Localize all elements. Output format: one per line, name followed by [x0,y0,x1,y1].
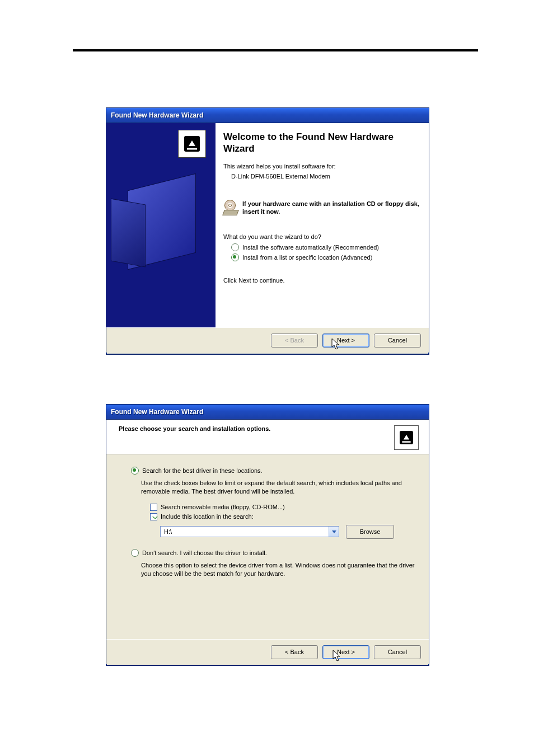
cancel-button[interactable]: Cancel [374,645,421,659]
next-button[interactable]: Next > [322,334,369,348]
radio-icon [131,549,139,557]
radio-label: Search for the best driver in these loca… [142,467,263,474]
no-search-description: Choose this option to select the device … [141,561,415,578]
page-title: Welcome to the Found New Hardware Wizard [223,131,421,155]
dialog-body: Welcome to the Found New Hardware Wizard… [106,123,429,327]
window-title: Found New Hardware Wizard [111,408,203,416]
wizard-button-bar: < Back Next > Cancel [106,639,429,664]
window-title: Found New Hardware Wizard [111,111,203,119]
browse-button[interactable]: Browse [346,525,394,539]
back-button[interactable]: < Back [271,645,318,659]
location-value: H:\ [161,528,329,535]
device-name: D-Link DFM-560EL External Modem [231,173,421,180]
document-page: Found New Hardware Wizard Welcome to the… [0,0,534,756]
checkbox-label: Include this location in the search: [161,513,254,520]
titlebar: Found New Hardware Wizard [106,405,429,420]
radio-option-search[interactable]: Search for the best driver in these loca… [131,467,415,475]
radio-option-advanced[interactable]: Install from a list or specific location… [231,253,421,261]
radio-icon [231,243,239,251]
cancel-button[interactable]: Cancel [374,334,421,348]
continue-text: Click Next to continue. [223,277,421,284]
cd-icon [223,200,239,217]
checkbox-include-location[interactable]: Include this location in the search: [150,513,415,520]
radio-option-auto[interactable]: Install the software automatically (Reco… [231,243,421,251]
radio-icon [131,467,139,475]
hardware-icon [394,425,419,450]
side-art-icon [111,199,146,267]
radio-option-no-search[interactable]: Don't search. I will choose the driver t… [131,549,415,557]
wizard-button-bar: < Back Next > Cancel [106,327,429,353]
cd-instruction: If your hardware came with an installati… [223,200,421,217]
checkbox-icon [150,513,157,520]
radio-icon [231,253,239,261]
checkbox-icon [150,504,157,511]
wizard-content: Search for the best driver in these loca… [106,454,429,639]
question-text: What do you want the wizard to do? [223,233,421,240]
hardware-icon [178,130,206,158]
chevron-down-icon[interactable] [329,527,339,537]
page-top-rule [73,49,478,51]
wizard-header: Please choose your search and installati… [106,420,429,454]
titlebar: Found New Hardware Wizard [106,108,429,123]
wizard-dialog-search-options: Found New Hardware Wizard Please choose … [106,404,429,666]
checkbox-removable-media[interactable]: Search removable media (floppy, CD-ROM..… [150,504,415,511]
search-description: Use the check boxes below to limit or ex… [141,479,415,496]
wizard-content: Welcome to the Found New Hardware Wizard… [216,123,429,327]
checkbox-label: Search removable media (floppy, CD-ROM..… [161,504,285,510]
cd-text: If your hardware came with an installati… [242,200,421,217]
next-button[interactable]: Next > [322,645,369,659]
radio-label: Don't search. I will choose the driver t… [142,550,267,556]
location-row: H:\ Browse [160,525,415,539]
radio-label: Install the software automatically (Reco… [242,244,379,251]
location-combobox[interactable]: H:\ [160,526,339,537]
radio-label: Install from a list or specific location… [242,254,372,261]
page-title: Please choose your search and installati… [119,425,270,432]
back-button: < Back [271,334,318,348]
intro-text: This wizard helps you install software f… [223,163,421,170]
wizard-side-panel [106,123,216,327]
wizard-dialog-welcome: Found New Hardware Wizard Welcome to the… [106,107,429,355]
